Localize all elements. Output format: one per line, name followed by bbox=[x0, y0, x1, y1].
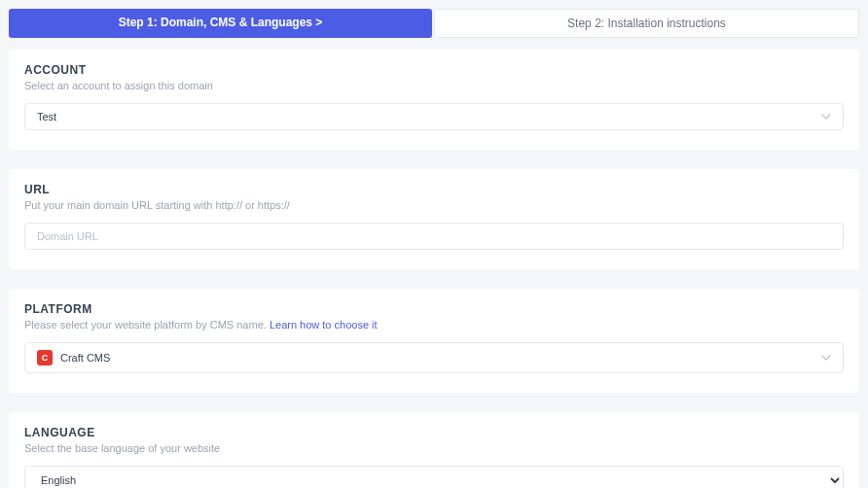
wizard-tabs: Step 1: Domain, CMS & Languages > Step 2… bbox=[9, 9, 859, 38]
tab-step1[interactable]: Step 1: Domain, CMS & Languages > bbox=[9, 9, 432, 38]
language-card: LANGUAGE Select the base language of you… bbox=[9, 412, 859, 488]
url-title: URL bbox=[24, 183, 844, 196]
platform-learn-link[interactable]: Learn how to choose it bbox=[270, 319, 378, 331]
account-select-value: Test bbox=[37, 111, 814, 122]
url-card: URL Put your main domain URL starting wi… bbox=[9, 169, 859, 269]
account-card: ACCOUNT Select an account to assign this… bbox=[9, 50, 859, 150]
platform-title: PLATFORM bbox=[24, 302, 844, 316]
platform-desc: Please select your website platform by C… bbox=[24, 319, 844, 331]
chevron-down-icon bbox=[821, 353, 831, 363]
platform-desc-text: Please select your website platform by C… bbox=[24, 319, 270, 331]
platform-select-value: Craft CMS bbox=[60, 352, 814, 364]
url-desc: Put your main domain URL starting with h… bbox=[24, 199, 844, 211]
chevron-down-icon bbox=[821, 112, 831, 122]
language-desc: Select the base language of your website bbox=[24, 442, 844, 454]
url-input[interactable] bbox=[24, 223, 844, 250]
account-select[interactable]: Test bbox=[24, 103, 844, 130]
platform-badge-icon: C bbox=[37, 350, 53, 366]
language-title: LANGUAGE bbox=[24, 426, 844, 439]
account-title: ACCOUNT bbox=[24, 63, 844, 77]
platform-select[interactable]: C Craft CMS bbox=[24, 342, 844, 373]
account-desc: Select an account to assign this domain bbox=[24, 80, 844, 91]
tab-step2[interactable]: Step 2: Installation instructions bbox=[434, 9, 859, 38]
language-select[interactable]: English bbox=[24, 466, 844, 488]
platform-card: PLATFORM Please select your website plat… bbox=[9, 289, 859, 393]
